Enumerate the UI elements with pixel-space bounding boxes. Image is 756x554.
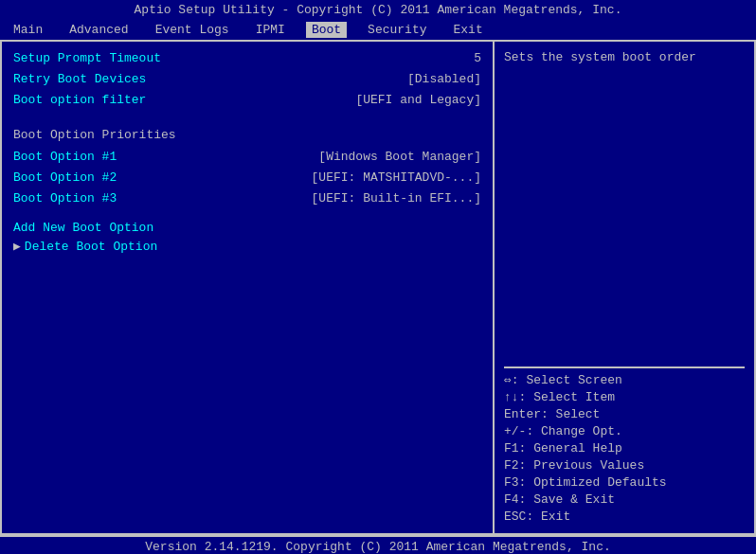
table-row[interactable]: Boot Option #3[UEFI: Built-in EFI...] <box>13 189 481 208</box>
boot-option-label: Boot Option #2 <box>13 170 117 187</box>
spacer <box>13 112 481 119</box>
footer: Version 2.14.1219. Copyright (C) 2011 Am… <box>0 535 756 554</box>
setting-label: Boot option filter <box>13 92 146 109</box>
key-hint: Enter: Select <box>504 406 745 423</box>
boot-option-value: [UEFI: Built-in EFI...] <box>312 190 481 207</box>
menu-item-main[interactable]: Main <box>8 22 48 38</box>
list-item[interactable]: Add New Boot Option <box>13 220 481 237</box>
setting-label: Retry Boot Devices <box>13 71 146 88</box>
main-content: Setup Prompt Timeout5Retry Boot Devices[… <box>0 40 756 535</box>
help-text: Sets the system boot order <box>504 49 745 363</box>
help-text-content: Sets the system boot order <box>504 50 696 64</box>
arrow-icon: ▶ <box>13 239 21 256</box>
spacer <box>13 210 481 218</box>
boot-option-value: [UEFI: MATSHITADVD-...] <box>312 170 481 187</box>
table-row[interactable]: Boot Option #2[UEFI: MATSHITADVD-...] <box>13 169 481 188</box>
key-hint: F2: Previous Values <box>504 457 745 474</box>
setting-value: 5 <box>474 50 481 67</box>
key-hint: F1: General Help <box>504 440 745 457</box>
menu-item-security[interactable]: Security <box>362 22 432 38</box>
table-row[interactable]: Boot Option #1[Windows Boot Manager] <box>13 148 481 167</box>
menu-item-boot[interactable]: Boot <box>306 22 347 38</box>
boot-option-value: [Windows Boot Manager] <box>318 149 481 166</box>
key-hint: ESC: Exit <box>504 509 745 526</box>
section-header: Boot Option Priorities <box>13 127 481 144</box>
key-hint: ↑↓: Select Item <box>504 389 745 406</box>
key-hint: +/-: Change Opt. <box>504 423 745 440</box>
divider-horizontal <box>504 366 745 368</box>
app: Aptio Setup Utility - Copyright (C) 2011… <box>0 0 756 554</box>
key-hint: F3: Optimized Defaults <box>504 474 745 491</box>
key-hint: ⇔: Select Screen <box>504 372 745 389</box>
boot-option-label: Boot Option #3 <box>13 190 117 207</box>
setting-value: [UEFI and Legacy] <box>355 92 481 109</box>
setting-value: [Disabled] <box>407 71 481 88</box>
title-bar: Aptio Setup Utility - Copyright (C) 2011… <box>0 0 756 19</box>
action-label: Add New Boot Option <box>13 220 153 237</box>
key-hint: F4: Save & Exit <box>504 491 745 509</box>
title-text: Aptio Setup Utility - Copyright (C) 2011… <box>135 3 622 17</box>
action-label: Delete Boot Option <box>25 239 157 256</box>
menu-bar: MainAdvancedEvent LogsIPMIBootSecurityEx… <box>0 19 756 40</box>
right-panel: Sets the system boot order ⇔: Select Scr… <box>495 42 754 533</box>
table-row: Boot option filter[UEFI and Legacy] <box>13 91 481 110</box>
boot-option-label: Boot Option #1 <box>13 149 117 166</box>
table-row: Setup Prompt Timeout5 <box>13 49 481 68</box>
menu-item-advanced[interactable]: Advanced <box>63 22 134 38</box>
menu-item-ipmi[interactable]: IPMI <box>250 22 291 38</box>
key-hints: ⇔: Select Screen↑↓: Select ItemEnter: Se… <box>504 372 745 526</box>
list-item[interactable]: ▶ Delete Boot Option <box>13 239 481 256</box>
menu-item-event-logs[interactable]: Event Logs <box>150 22 235 38</box>
setting-label: Setup Prompt Timeout <box>13 50 161 67</box>
menu-item-exit[interactable]: Exit <box>448 22 489 38</box>
left-panel: Setup Prompt Timeout5Retry Boot Devices[… <box>2 42 495 533</box>
footer-text: Version 2.14.1219. Copyright (C) 2011 Am… <box>145 540 610 554</box>
table-row: Retry Boot Devices[Disabled] <box>13 70 481 89</box>
